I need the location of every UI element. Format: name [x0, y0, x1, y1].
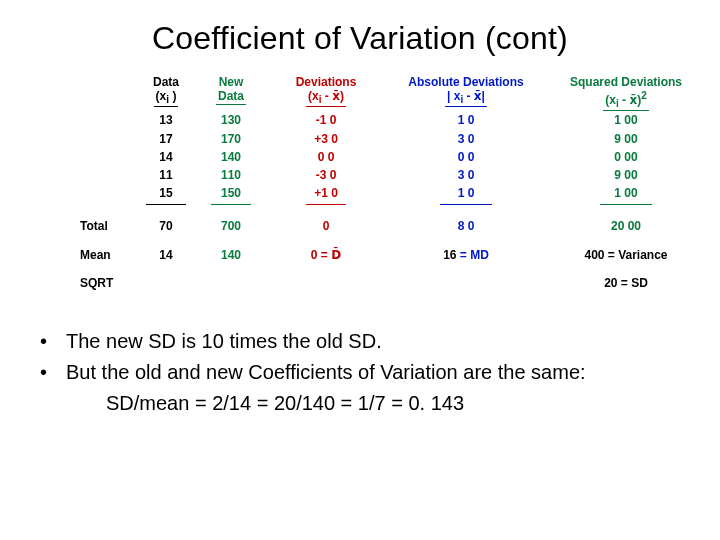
bullet-item: • But the old and new Coefficients of Va…	[36, 359, 684, 386]
bullet-list: • The new SD is 10 times the old SD. • B…	[36, 328, 684, 417]
row-sqrt: SQRT 20 = SD	[76, 274, 706, 292]
row-mean: Mean 14 140 0 = D̄ 16 = MD 400 = Varianc…	[76, 246, 706, 264]
bullet-dot-icon: •	[36, 328, 66, 355]
row-total: Total 70 700 0 8 0 20 00	[76, 217, 706, 235]
page-title: Coefficient of Variation (cont)	[36, 20, 684, 57]
hdr-data: Data (xi )	[136, 75, 196, 111]
table-row: 14 140 0 0 0 0 0 00	[76, 148, 706, 166]
hdr-new: New Data	[196, 75, 266, 111]
bullet-dot-icon: •	[36, 359, 66, 386]
table-row: 17 170 +3 0 3 0 9 00	[76, 130, 706, 148]
table-row: 15 150 +1 0 1 0 1 00	[76, 184, 706, 202]
bullet-item: • The new SD is 10 times the old SD.	[36, 328, 684, 355]
table-row: 13 130 -1 0 1 0 1 00	[76, 111, 706, 129]
stats-table: Data (xi ) New Data Deviations (xi - x̄)	[76, 75, 674, 292]
equation-line: SD/mean = 2/14 = 20/140 = 1/7 = 0. 143	[36, 390, 684, 417]
hdr-abs: Absolute Deviations | xi - x̄|	[386, 75, 546, 111]
table-header-row: Data (xi ) New Data Deviations (xi - x̄)	[76, 75, 706, 111]
hdr-sq: Squared Deviations (xi - x̄)2	[546, 75, 706, 111]
bullet-text: The new SD is 10 times the old SD.	[66, 328, 684, 355]
bullet-text: But the old and new Coefficients of Vari…	[66, 359, 684, 386]
hdr-dev: Deviations (xi - x̄)	[266, 75, 386, 111]
table-row: 11 110 -3 0 3 0 9 00	[76, 166, 706, 184]
